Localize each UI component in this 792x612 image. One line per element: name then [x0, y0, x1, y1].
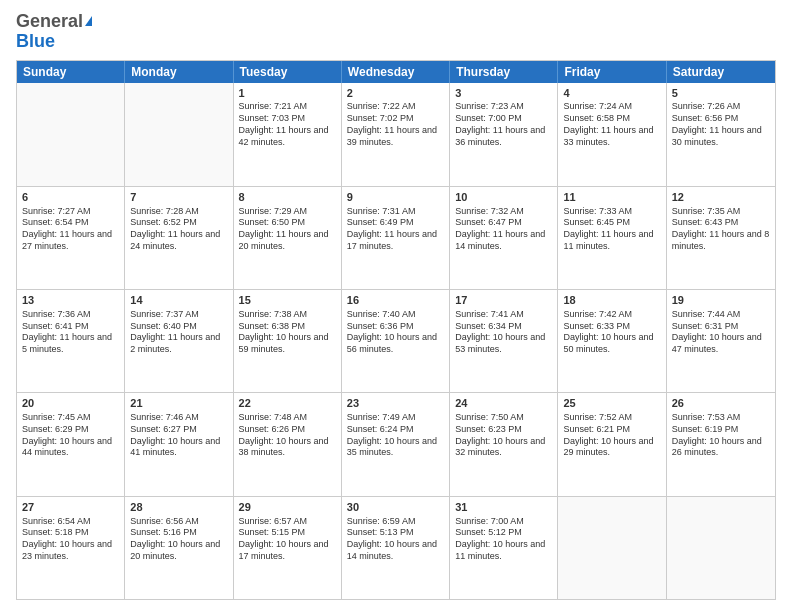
day-number: 3: [455, 86, 552, 101]
cell-info: Sunrise: 7:49 AM Sunset: 6:24 PM Dayligh…: [347, 412, 444, 459]
cell-info: Sunrise: 7:50 AM Sunset: 6:23 PM Dayligh…: [455, 412, 552, 459]
calendar-cell: [17, 83, 125, 186]
day-number: 2: [347, 86, 444, 101]
day-number: 28: [130, 500, 227, 515]
calendar-cell: 4Sunrise: 7:24 AM Sunset: 6:58 PM Daylig…: [558, 83, 666, 186]
cell-info: Sunrise: 7:32 AM Sunset: 6:47 PM Dayligh…: [455, 206, 552, 253]
day-number: 4: [563, 86, 660, 101]
calendar-cell: 10Sunrise: 7:32 AM Sunset: 6:47 PM Dayli…: [450, 187, 558, 289]
calendar-cell: 1Sunrise: 7:21 AM Sunset: 7:03 PM Daylig…: [234, 83, 342, 186]
calendar-cell: 14Sunrise: 7:37 AM Sunset: 6:40 PM Dayli…: [125, 290, 233, 392]
calendar-cell: 16Sunrise: 7:40 AM Sunset: 6:36 PM Dayli…: [342, 290, 450, 392]
calendar-cell: 20Sunrise: 7:45 AM Sunset: 6:29 PM Dayli…: [17, 393, 125, 495]
day-number: 17: [455, 293, 552, 308]
calendar-cell: 5Sunrise: 7:26 AM Sunset: 6:56 PM Daylig…: [667, 83, 775, 186]
day-number: 25: [563, 396, 660, 411]
calendar-cell: 18Sunrise: 7:42 AM Sunset: 6:33 PM Dayli…: [558, 290, 666, 392]
cell-info: Sunrise: 7:48 AM Sunset: 6:26 PM Dayligh…: [239, 412, 336, 459]
day-number: 7: [130, 190, 227, 205]
cell-info: Sunrise: 7:38 AM Sunset: 6:38 PM Dayligh…: [239, 309, 336, 356]
day-number: 13: [22, 293, 119, 308]
cell-info: Sunrise: 6:57 AM Sunset: 5:15 PM Dayligh…: [239, 516, 336, 563]
calendar-header: SundayMondayTuesdayWednesdayThursdayFrid…: [17, 61, 775, 83]
weekday-header: Monday: [125, 61, 233, 83]
calendar-cell: [125, 83, 233, 186]
calendar-cell: [667, 497, 775, 599]
cell-info: Sunrise: 6:54 AM Sunset: 5:18 PM Dayligh…: [22, 516, 119, 563]
calendar-cell: 25Sunrise: 7:52 AM Sunset: 6:21 PM Dayli…: [558, 393, 666, 495]
calendar-cell: 13Sunrise: 7:36 AM Sunset: 6:41 PM Dayli…: [17, 290, 125, 392]
calendar-cell: 22Sunrise: 7:48 AM Sunset: 6:26 PM Dayli…: [234, 393, 342, 495]
cell-info: Sunrise: 7:27 AM Sunset: 6:54 PM Dayligh…: [22, 206, 119, 253]
logo: General Blue: [16, 12, 92, 52]
cell-info: Sunrise: 6:59 AM Sunset: 5:13 PM Dayligh…: [347, 516, 444, 563]
cell-info: Sunrise: 7:45 AM Sunset: 6:29 PM Dayligh…: [22, 412, 119, 459]
header: General Blue: [16, 12, 776, 52]
cell-info: Sunrise: 7:42 AM Sunset: 6:33 PM Dayligh…: [563, 309, 660, 356]
weekday-header: Thursday: [450, 61, 558, 83]
day-number: 18: [563, 293, 660, 308]
calendar-cell: 8Sunrise: 7:29 AM Sunset: 6:50 PM Daylig…: [234, 187, 342, 289]
day-number: 16: [347, 293, 444, 308]
calendar-cell: 23Sunrise: 7:49 AM Sunset: 6:24 PM Dayli…: [342, 393, 450, 495]
cell-info: Sunrise: 7:26 AM Sunset: 6:56 PM Dayligh…: [672, 101, 770, 148]
calendar-cell: 2Sunrise: 7:22 AM Sunset: 7:02 PM Daylig…: [342, 83, 450, 186]
weekday-header: Wednesday: [342, 61, 450, 83]
calendar-row: 1Sunrise: 7:21 AM Sunset: 7:03 PM Daylig…: [17, 83, 775, 186]
cell-info: Sunrise: 7:31 AM Sunset: 6:49 PM Dayligh…: [347, 206, 444, 253]
cell-info: Sunrise: 7:53 AM Sunset: 6:19 PM Dayligh…: [672, 412, 770, 459]
calendar: SundayMondayTuesdayWednesdayThursdayFrid…: [16, 60, 776, 600]
calendar-cell: 24Sunrise: 7:50 AM Sunset: 6:23 PM Dayli…: [450, 393, 558, 495]
cell-info: Sunrise: 7:41 AM Sunset: 6:34 PM Dayligh…: [455, 309, 552, 356]
day-number: 26: [672, 396, 770, 411]
cell-info: Sunrise: 7:28 AM Sunset: 6:52 PM Dayligh…: [130, 206, 227, 253]
weekday-header: Tuesday: [234, 61, 342, 83]
cell-info: Sunrise: 7:40 AM Sunset: 6:36 PM Dayligh…: [347, 309, 444, 356]
calendar-row: 6Sunrise: 7:27 AM Sunset: 6:54 PM Daylig…: [17, 186, 775, 289]
calendar-cell: 6Sunrise: 7:27 AM Sunset: 6:54 PM Daylig…: [17, 187, 125, 289]
day-number: 15: [239, 293, 336, 308]
calendar-cell: 7Sunrise: 7:28 AM Sunset: 6:52 PM Daylig…: [125, 187, 233, 289]
weekday-header: Saturday: [667, 61, 775, 83]
cell-info: Sunrise: 7:35 AM Sunset: 6:43 PM Dayligh…: [672, 206, 770, 253]
day-number: 1: [239, 86, 336, 101]
calendar-cell: 28Sunrise: 6:56 AM Sunset: 5:16 PM Dayli…: [125, 497, 233, 599]
cell-info: Sunrise: 7:21 AM Sunset: 7:03 PM Dayligh…: [239, 101, 336, 148]
calendar-cell: [558, 497, 666, 599]
cell-info: Sunrise: 7:22 AM Sunset: 7:02 PM Dayligh…: [347, 101, 444, 148]
calendar-cell: 31Sunrise: 7:00 AM Sunset: 5:12 PM Dayli…: [450, 497, 558, 599]
cell-info: Sunrise: 7:37 AM Sunset: 6:40 PM Dayligh…: [130, 309, 227, 356]
cell-info: Sunrise: 7:24 AM Sunset: 6:58 PM Dayligh…: [563, 101, 660, 148]
page: General Blue SundayMondayTuesdayWednesda…: [0, 0, 792, 612]
day-number: 9: [347, 190, 444, 205]
cell-info: Sunrise: 7:29 AM Sunset: 6:50 PM Dayligh…: [239, 206, 336, 253]
calendar-cell: 9Sunrise: 7:31 AM Sunset: 6:49 PM Daylig…: [342, 187, 450, 289]
logo-blue: Blue: [16, 32, 55, 52]
day-number: 14: [130, 293, 227, 308]
day-number: 10: [455, 190, 552, 205]
cell-info: Sunrise: 7:00 AM Sunset: 5:12 PM Dayligh…: [455, 516, 552, 563]
day-number: 21: [130, 396, 227, 411]
day-number: 27: [22, 500, 119, 515]
calendar-cell: 21Sunrise: 7:46 AM Sunset: 6:27 PM Dayli…: [125, 393, 233, 495]
calendar-cell: 15Sunrise: 7:38 AM Sunset: 6:38 PM Dayli…: [234, 290, 342, 392]
calendar-cell: 12Sunrise: 7:35 AM Sunset: 6:43 PM Dayli…: [667, 187, 775, 289]
cell-info: Sunrise: 7:23 AM Sunset: 7:00 PM Dayligh…: [455, 101, 552, 148]
calendar-row: 20Sunrise: 7:45 AM Sunset: 6:29 PM Dayli…: [17, 392, 775, 495]
calendar-cell: 3Sunrise: 7:23 AM Sunset: 7:00 PM Daylig…: [450, 83, 558, 186]
cell-info: Sunrise: 7:44 AM Sunset: 6:31 PM Dayligh…: [672, 309, 770, 356]
calendar-cell: 27Sunrise: 6:54 AM Sunset: 5:18 PM Dayli…: [17, 497, 125, 599]
day-number: 24: [455, 396, 552, 411]
day-number: 22: [239, 396, 336, 411]
calendar-cell: 17Sunrise: 7:41 AM Sunset: 6:34 PM Dayli…: [450, 290, 558, 392]
day-number: 19: [672, 293, 770, 308]
day-number: 23: [347, 396, 444, 411]
calendar-row: 13Sunrise: 7:36 AM Sunset: 6:41 PM Dayli…: [17, 289, 775, 392]
day-number: 20: [22, 396, 119, 411]
day-number: 6: [22, 190, 119, 205]
calendar-cell: 29Sunrise: 6:57 AM Sunset: 5:15 PM Dayli…: [234, 497, 342, 599]
calendar-cell: 11Sunrise: 7:33 AM Sunset: 6:45 PM Dayli…: [558, 187, 666, 289]
cell-info: Sunrise: 6:56 AM Sunset: 5:16 PM Dayligh…: [130, 516, 227, 563]
weekday-header: Sunday: [17, 61, 125, 83]
day-number: 31: [455, 500, 552, 515]
